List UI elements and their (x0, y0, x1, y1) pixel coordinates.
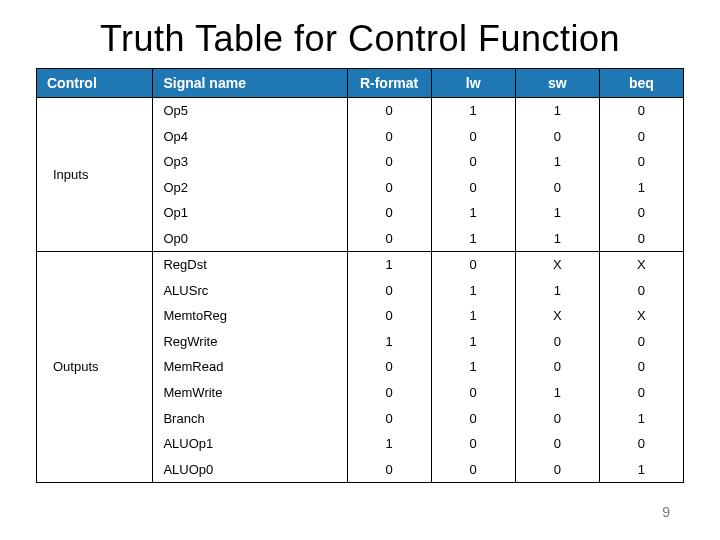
cell-value: 0 (431, 124, 515, 150)
cell-value: 1 (431, 226, 515, 252)
cell-value: 0 (431, 457, 515, 483)
cell-value: 0 (431, 380, 515, 406)
cell-value: 1 (431, 278, 515, 304)
cell-value: X (599, 303, 683, 329)
header-control: Control (37, 69, 153, 98)
cell-signal: Op4 (153, 124, 347, 150)
cell-value: 0 (599, 226, 683, 252)
table-row: Inputs Op5 0 1 1 0 (37, 98, 684, 124)
group-label-outputs: Outputs (37, 252, 153, 483)
cell-value: 0 (599, 124, 683, 150)
cell-value: 0 (347, 98, 431, 124)
cell-value: 0 (347, 149, 431, 175)
cell-value: 0 (431, 149, 515, 175)
cell-value: 0 (515, 406, 599, 432)
cell-signal: MemtoReg (153, 303, 347, 329)
header-beq: beq (599, 69, 683, 98)
table-header-row: Control Signal name R-format lw sw beq (37, 69, 684, 98)
cell-value: 0 (347, 303, 431, 329)
cell-value: 0 (599, 354, 683, 380)
cell-value: 0 (431, 252, 515, 278)
cell-value: 0 (599, 380, 683, 406)
cell-value: 0 (515, 431, 599, 457)
cell-signal: RegDst (153, 252, 347, 278)
cell-value: 0 (515, 175, 599, 201)
cell-value: 1 (431, 200, 515, 226)
header-sw: sw (515, 69, 599, 98)
cell-value: 1 (431, 329, 515, 355)
cell-value: X (515, 303, 599, 329)
cell-value: 0 (599, 431, 683, 457)
header-rformat: R-format (347, 69, 431, 98)
table-row: Outputs RegDst 1 0 X X (37, 252, 684, 278)
cell-signal: ALUSrc (153, 278, 347, 304)
truth-table: Control Signal name R-format lw sw beq I… (36, 68, 684, 483)
slide: Truth Table for Control Function Control… (0, 0, 720, 540)
cell-signal: MemWrite (153, 380, 347, 406)
cell-value: 0 (515, 457, 599, 483)
cell-signal: ALUOp0 (153, 457, 347, 483)
cell-value: 0 (347, 278, 431, 304)
cell-value: 1 (515, 278, 599, 304)
cell-value: 0 (599, 98, 683, 124)
cell-signal: MemRead (153, 354, 347, 380)
cell-value: X (599, 252, 683, 278)
cell-value: 0 (515, 124, 599, 150)
truth-table-container: Control Signal name R-format lw sw beq I… (36, 68, 684, 483)
cell-value: 0 (431, 406, 515, 432)
cell-value: 0 (431, 175, 515, 201)
cell-value: 0 (347, 406, 431, 432)
cell-value: 1 (515, 226, 599, 252)
cell-value: 1 (599, 457, 683, 483)
cell-value: 1 (515, 98, 599, 124)
cell-signal: Branch (153, 406, 347, 432)
cell-value: 0 (599, 149, 683, 175)
page-title: Truth Table for Control Function (0, 18, 720, 60)
cell-value: 0 (515, 329, 599, 355)
cell-value: X (515, 252, 599, 278)
cell-signal: ALUOp1 (153, 431, 347, 457)
cell-value: 0 (347, 124, 431, 150)
cell-value: 1 (431, 354, 515, 380)
cell-value: 0 (599, 329, 683, 355)
cell-value: 1 (599, 175, 683, 201)
cell-signal: Op1 (153, 200, 347, 226)
cell-value: 0 (347, 200, 431, 226)
cell-value: 1 (347, 329, 431, 355)
cell-value: 0 (599, 278, 683, 304)
cell-value: 0 (431, 431, 515, 457)
cell-signal: Op2 (153, 175, 347, 201)
cell-value: 1 (515, 149, 599, 175)
cell-value: 1 (515, 200, 599, 226)
cell-value: 1 (599, 406, 683, 432)
cell-value: 0 (347, 457, 431, 483)
cell-signal: RegWrite (153, 329, 347, 355)
table-body: Inputs Op5 0 1 1 0 Op4 0 0 0 0 Op3 0 (37, 98, 684, 483)
cell-value: 1 (515, 380, 599, 406)
cell-value: 0 (347, 175, 431, 201)
header-lw: lw (431, 69, 515, 98)
cell-signal: Op3 (153, 149, 347, 175)
cell-value: 0 (515, 354, 599, 380)
cell-value: 0 (347, 354, 431, 380)
cell-signal: Op5 (153, 98, 347, 124)
cell-value: 1 (431, 303, 515, 329)
header-signal: Signal name (153, 69, 347, 98)
group-label-inputs: Inputs (37, 98, 153, 252)
page-number: 9 (662, 504, 670, 520)
cell-signal: Op0 (153, 226, 347, 252)
cell-value: 0 (347, 226, 431, 252)
cell-value: 1 (347, 252, 431, 278)
cell-value: 1 (347, 431, 431, 457)
cell-value: 0 (599, 200, 683, 226)
cell-value: 1 (431, 98, 515, 124)
cell-value: 0 (347, 380, 431, 406)
